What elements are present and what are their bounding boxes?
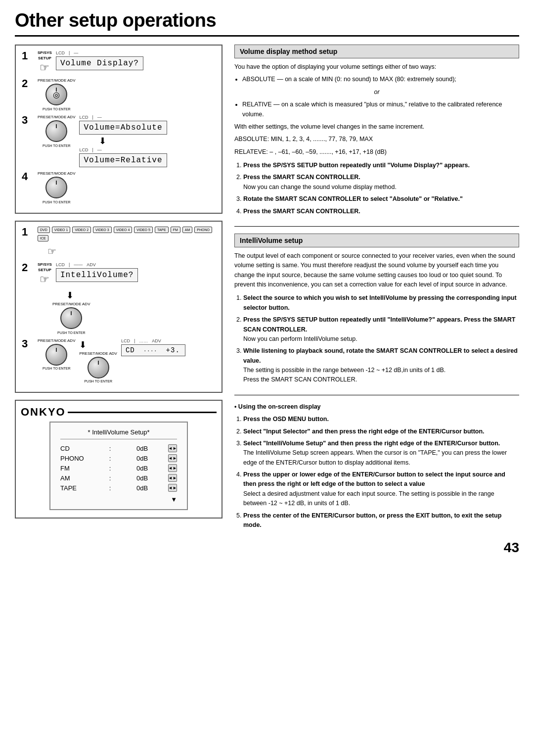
intelli-hand-icon: ☞ xyxy=(47,245,216,257)
absolute-scale: ABSOLUTE: MIN, 1, 2, 3, 4, ......., 77, … xyxy=(234,135,519,144)
edit-am-btn[interactable]: ◄► xyxy=(168,474,177,482)
scroll-down-btn[interactable]: ▼ xyxy=(171,496,177,503)
video3-btn[interactable]: VIDEO 3 xyxy=(93,227,112,233)
intelli-step3b-knob-circle[interactable] xyxy=(88,357,109,378)
setup-label: SETUP xyxy=(38,56,52,60)
volume-display3: Volume=Relative xyxy=(79,153,167,167)
step2-knob[interactable]: ◎ xyxy=(45,84,67,105)
intelli-step1-num: 1 xyxy=(22,227,33,237)
step4-preset-label: PRESET/MODE ADV xyxy=(38,171,75,176)
display-ch-label: LCD xyxy=(56,50,65,55)
edit-phono-btn[interactable]: ◄► xyxy=(168,454,177,462)
intelli-push-label: PUSH TO ENTER xyxy=(57,331,86,334)
source-fm: FM xyxy=(60,465,90,472)
volume-note: With either settings, the volume level c… xyxy=(234,122,519,132)
onkyo-screen-title: * IntelliVolume Setup* xyxy=(60,428,177,439)
intelli-section-header: IntelliVolume setup xyxy=(234,234,519,247)
intelli-arrow-row: ⬇ 2 PRESET/MODE ADV PUSH TO ENTER xyxy=(37,290,216,334)
volume-bullet1: ABSOLUTE — on a scale of MIN (0: no soun… xyxy=(242,75,519,84)
edit-tape-btn[interactable]: ◄► xyxy=(168,484,177,492)
volume-intro: You have the option of displaying your v… xyxy=(234,62,519,72)
display-bar2: — xyxy=(74,50,78,55)
intelli-knob[interactable] xyxy=(60,307,82,329)
onkyo-logo-text: ONKYO xyxy=(21,406,66,419)
volume-display2: Volume=Absolute xyxy=(79,121,167,135)
volume-diagram-box: 1 SP/SYS SETUP ☞ LCD | xyxy=(15,45,222,214)
onscreen-step5-text: Press the center of the ENTER/Cursor but… xyxy=(243,512,501,528)
step3-knob[interactable] xyxy=(45,120,67,142)
intelli-step2-text: Press the SP/SYS SETUP button repeatedly… xyxy=(243,316,515,332)
volume-steps: Press the SP/SYS SETUP button repeatedly… xyxy=(243,161,519,216)
onscreen-step5: Press the center of the ENTER/Cursor but… xyxy=(243,511,519,530)
intelli-step3-num: 3 xyxy=(22,338,33,349)
intelli-step1-text: Select the source to which you wish to s… xyxy=(243,294,517,311)
intelli-setup: SETUP xyxy=(38,268,52,272)
intelli-step3-preset-label: PRESET/MODE ADV xyxy=(38,338,75,343)
onscreen-step1-text: Press the OSD MENU button. xyxy=(243,416,329,423)
source-tape: TAPE xyxy=(60,484,90,492)
intelli-step2-num: 2 xyxy=(22,262,33,273)
edit-cd-btn[interactable]: ◄► xyxy=(168,444,177,452)
preset-mode-label: PRESET/MODE ADV xyxy=(38,78,75,83)
volume-step1-row: 1 SP/SYS SETUP ☞ LCD | xyxy=(22,50,216,74)
onscreen-divider xyxy=(234,395,519,395)
onscreen-text-section: • Using the on-screen display Press the … xyxy=(234,402,519,530)
video4-btn[interactable]: VIDEO 4 xyxy=(114,227,133,233)
video2-btn[interactable]: VIDEO 2 xyxy=(72,227,91,233)
sp-sys-button-group: SP/SYS SETUP ☞ xyxy=(38,50,52,74)
step3-content: PRESET/MODE ADV PUSH TO ENTER LCD | — Vo… xyxy=(38,115,167,167)
onkyo-row-tape: TAPE : 0dB ◄► xyxy=(60,483,177,493)
step3-num: 3 xyxy=(22,115,33,126)
display-bar1: | xyxy=(69,50,70,55)
intelli-body: The output level of each component or so… xyxy=(234,251,519,290)
val-fm: 0dB xyxy=(130,465,148,472)
step4-num: 4 xyxy=(22,171,33,182)
dvd-btn[interactable]: DVD xyxy=(38,227,50,233)
val-tape: 0dB xyxy=(130,484,148,492)
intelli-step3-knob[interactable] xyxy=(45,344,67,366)
volume-section-header: Volume display method setup xyxy=(234,45,519,58)
video1-btn[interactable]: VIDEO 1 xyxy=(52,227,71,233)
onkyo-panel: ONKYO * IntelliVolume Setup* CD : 0dB ◄►… xyxy=(15,400,222,519)
source-am: AM xyxy=(60,474,90,482)
intelli-step3-content: PRESET/MODE ADV PUSH TO ENTER ⬇ PRESET/M… xyxy=(38,338,185,383)
arrow-down-icon: ⬇ xyxy=(99,136,167,146)
step1-num: 1 xyxy=(22,50,33,61)
step4-knob[interactable] xyxy=(45,177,67,198)
input-buttons-area: DVD VIDEO 1 VIDEO 2 VIDEO 3 VIDEO 4 VIDE… xyxy=(38,227,216,257)
onkyo-row-cd: CD : 0dB ◄► xyxy=(60,443,177,453)
intelli-step3-detail1: The setting is possible in the range bet… xyxy=(243,367,445,374)
ice-btn[interactable]: ICE xyxy=(38,235,48,241)
intelli-step2-detail: Now you can perform IntelliVolume setup. xyxy=(243,335,357,342)
knob-hand-icon: ◎ xyxy=(53,90,60,99)
step2-num: 2 xyxy=(22,78,33,89)
onkyo-row-am: AM : 0dB ◄► xyxy=(60,473,177,483)
intelli-display-header: LCD | —— ADV xyxy=(56,262,138,267)
onkyo-screen: * IntelliVolume Setup* CD : 0dB ◄► PHONO… xyxy=(49,422,188,510)
intelli-knob-container: PRESET/MODE ADV PUSH TO ENTER xyxy=(52,302,90,334)
intelli-diagram-box: 1 DVD VIDEO 1 VIDEO 2 VIDEO 3 VIDEO 4 VI… xyxy=(15,221,222,393)
step2-knob-container: PRESET/MODE ADV ◎ PUSH TO ENTER xyxy=(38,78,75,111)
intelli-arrow-down: ⬇ xyxy=(66,290,216,301)
am-btn[interactable]: AM xyxy=(182,227,193,233)
vol-display-panel: LCD | — Volume Display? xyxy=(56,50,143,70)
vol-step1-text: Press the SP/SYS SETUP button repeatedly… xyxy=(243,162,470,169)
edit-fm-btn[interactable]: ◄► xyxy=(168,464,177,472)
step3-display-header: LCD | — xyxy=(79,115,167,120)
diagrams-column: 1 SP/SYS SETUP ☞ LCD | xyxy=(15,45,222,556)
intelli-step3-detail2: Press the SMART SCAN CONTROLLER. xyxy=(243,376,357,383)
video5-btn[interactable]: VIDEO 5 xyxy=(134,227,153,233)
volume-text-section: Volume display method setup You have the… xyxy=(234,45,519,216)
vol-step4: Press the SMART SCAN CONTROLLER. xyxy=(243,207,519,216)
fm-btn[interactable]: FM xyxy=(171,227,180,233)
phono-btn[interactable]: PHONO xyxy=(194,227,212,233)
vol-step2-text: Press the SMART SCAN CONTROLLER. xyxy=(243,174,360,181)
onscreen-section-content: • Using the on-screen display Press the … xyxy=(234,402,519,530)
onscreen-step1: Press the OSD MENU button. xyxy=(243,415,519,424)
vol-step2-detail: Now you can change the sound volume disp… xyxy=(243,184,397,190)
step3b-bar1: | xyxy=(92,147,93,152)
onscreen-step3: Select "IntelliVolume Setup" and then pr… xyxy=(243,439,519,468)
tape-btn[interactable]: TAPE xyxy=(155,227,169,233)
scroll-down-area: ▼ xyxy=(60,496,177,503)
step3-displays: LCD | — Volume=Absolute ⬇ LCD | — xyxy=(79,115,167,167)
